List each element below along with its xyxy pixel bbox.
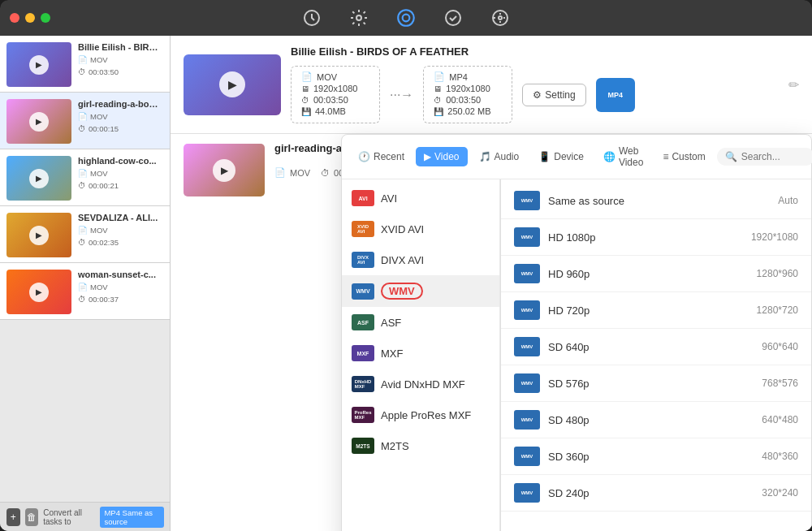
quality-sd480p[interactable]: WMV SD 480p 640*480 xyxy=(501,402,811,438)
play-button[interactable]: ▶ xyxy=(29,55,49,75)
format-tabs: 🕐 Recent ▶ Video 🎵 Audio 📱 Device xyxy=(342,135,811,179)
quality-icon: WMV xyxy=(514,227,540,247)
quality-hd1080p[interactable]: WMV HD 1080p 1920*1080 xyxy=(501,219,811,256)
quality-sd640p[interactable]: WMV SD 640p 960*640 xyxy=(501,329,811,365)
title-bar xyxy=(0,0,812,36)
conversion-info: 📄 MOV 🖥 1920x1080 ⏱ 00:03:50 💾 xyxy=(291,66,779,123)
quality-hd960p[interactable]: WMV HD 960p 1280*960 xyxy=(501,256,811,292)
list-item[interactable]: ▶ woman-sunset-c... 📄 MOV ⏱ 00:00:37 xyxy=(0,263,170,320)
duration-icon: ⏱ xyxy=(78,238,86,247)
recent-icon[interactable] xyxy=(300,6,323,29)
thumbnail: ▶ xyxy=(6,99,71,144)
delete-button[interactable]: 🗑 xyxy=(25,508,39,526)
quality-res: 768*576 xyxy=(762,378,798,389)
quality-res: 1280*960 xyxy=(757,268,798,279)
edit-button[interactable]: ✏ xyxy=(788,77,799,93)
tab-webvideo-label: Web Video xyxy=(619,145,643,168)
tab-webvideo[interactable]: 🌐 Web Video xyxy=(595,141,651,172)
list-item[interactable]: ▶ Billie Eilish - BIRDS OF A FEATHER 📄 M… xyxy=(0,36,170,93)
tab-recent[interactable]: 🕐 Recent xyxy=(350,147,412,166)
tab-recent-label: Recent xyxy=(374,151,404,162)
list-item[interactable]: ▶ girl-reading-a-book-in-nature 📄 MOV ⏱ … xyxy=(0,93,170,149)
format-m2ts[interactable]: M2TS M2TS xyxy=(342,430,499,461)
thumbnail: ▶ xyxy=(6,270,71,314)
quality-icon: WMV xyxy=(514,373,540,393)
quality-label: HD 1080p xyxy=(548,231,743,244)
audio-tab-icon: 🎵 xyxy=(479,151,491,162)
format-divx[interactable]: DIVXAVI DIVX AVI xyxy=(342,244,499,275)
quality-sd360p[interactable]: WMV SD 360p 480*360 xyxy=(501,438,811,475)
video-title: woman-sunset-c... xyxy=(78,270,163,279)
tab-audio-label: Audio xyxy=(495,151,520,162)
quality-res: Auto xyxy=(778,195,798,206)
format-dnx[interactable]: DNxHDMXF Avid DNxHD MXF xyxy=(342,369,499,399)
search-input[interactable] xyxy=(741,151,806,162)
gear-icon: ⚙ xyxy=(533,89,542,101)
add-button[interactable]: + xyxy=(6,508,20,526)
format-list: AVI AVI XVIDAVI XVID AVI DIVXAVI DIVX AV… xyxy=(342,179,500,531)
main-play-button[interactable]: ▶ xyxy=(219,71,245,97)
quality-same-as-source[interactable]: WMV Same as source Auto xyxy=(501,183,811,219)
m2ts-label: M2TS xyxy=(381,440,409,452)
format-label: 📄 xyxy=(78,226,88,235)
divx-icon: DIVXAVI xyxy=(352,252,374,268)
second-thumbnail: ▶ xyxy=(184,144,265,196)
quality-icon: WMV xyxy=(514,264,540,283)
quality-label: SD 576p xyxy=(548,378,754,390)
play-button[interactable]: ▶ xyxy=(29,112,49,132)
tab-custom[interactable]: ≡ Custom xyxy=(654,147,713,166)
quality-label: Same as source xyxy=(548,195,770,207)
xvid-label: XVID AVI xyxy=(381,223,424,235)
effects-icon[interactable] xyxy=(442,6,464,29)
title-bar-icons xyxy=(300,6,512,29)
minimize-button[interactable] xyxy=(25,13,35,23)
main-thumbnail: ▶ xyxy=(184,54,281,115)
svg-point-3 xyxy=(403,15,410,22)
tab-video-label: Video xyxy=(434,151,459,162)
second-video-row: ▶ girl-reading-a-book-in-nature ✏ 📄 MOV … xyxy=(171,134,812,531)
source-res-icon: 🖥 xyxy=(301,84,309,93)
tab-audio[interactable]: 🎵 Audio xyxy=(471,147,528,166)
quality-sd240p[interactable]: WMV SD 240p 320*240 xyxy=(501,475,811,512)
settings-icon[interactable] xyxy=(348,6,370,29)
maximize-button[interactable] xyxy=(41,13,50,23)
quality-label: HD 960p xyxy=(548,268,749,280)
format-prores[interactable]: ProResMXF Apple ProRes MXF xyxy=(342,399,499,430)
source-size: 44.0MB xyxy=(315,106,346,116)
search-box[interactable]: 🔍 xyxy=(717,148,812,166)
format-wmv[interactable]: WMV WMV xyxy=(342,275,499,307)
quality-res: 480*360 xyxy=(762,451,798,462)
convert-badge[interactable]: MP4 Same as source xyxy=(100,507,164,528)
tab-video[interactable]: ▶ Video xyxy=(416,147,467,166)
tools-icon[interactable] xyxy=(489,6,512,29)
format-xvid[interactable]: XVIDAVI XVID AVI xyxy=(342,214,499,244)
source-size-icon: 💾 xyxy=(301,107,311,116)
list-item[interactable]: ▶ SEVDALIZA - ALI... 📄 MOV ⏱ 00:02:35 xyxy=(0,206,170,263)
quality-sd576p[interactable]: WMV SD 576p 768*576 xyxy=(501,365,811,402)
tab-device[interactable]: 📱 Device xyxy=(530,147,592,166)
play-button[interactable]: ▶ xyxy=(29,169,49,188)
close-button[interactable] xyxy=(10,13,19,23)
format-asf[interactable]: ASF ASF xyxy=(342,307,499,338)
format-mxf[interactable]: MXF MXF xyxy=(342,338,499,369)
right-panel: ▶ Billie Eilish - BIRDS OF A FEATHER 📄 M… xyxy=(171,36,812,531)
quality-res: 320*240 xyxy=(762,487,798,499)
svg-point-4 xyxy=(446,11,460,25)
xvid-icon: XVIDAVI xyxy=(352,221,374,237)
output-format-icon: 📄 xyxy=(434,71,445,82)
second-play-button[interactable]: ▶ xyxy=(213,159,235,182)
play-button[interactable]: ▶ xyxy=(29,283,49,302)
setting-button[interactable]: ⚙ Setting xyxy=(522,84,585,106)
format-selector: 🕐 Recent ▶ Video 🎵 Audio 📱 Device xyxy=(341,134,812,531)
format-label: 📄 xyxy=(78,55,88,64)
quality-hd720p[interactable]: WMV HD 720p 1280*720 xyxy=(501,292,811,329)
dnx-label: Avid DNxHD MXF xyxy=(381,378,465,391)
list-item[interactable]: ▶ highland-cow-co... 📄 MOV ⏱ 00:00:21 xyxy=(0,149,170,206)
play-button[interactable]: ▶ xyxy=(29,226,49,245)
quality-label: HD 720p xyxy=(548,304,749,317)
output-res-icon: 🖥 xyxy=(434,84,442,93)
format-avi[interactable]: AVI AVI xyxy=(342,183,499,214)
quality-res: 1280*720 xyxy=(757,304,798,316)
quality-label: SD 240p xyxy=(548,487,754,499)
video-icon[interactable] xyxy=(395,6,417,29)
